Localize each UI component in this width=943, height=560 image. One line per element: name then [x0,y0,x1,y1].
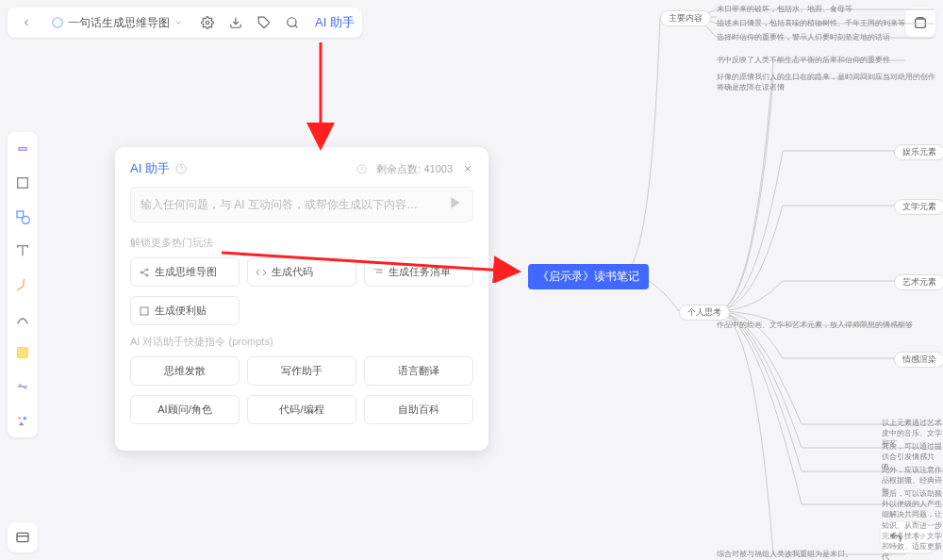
svg-point-23 [146,269,148,271]
svg-rect-5 [19,148,26,151]
leaf[interactable]: 综合对被与福组人类族我重组为是末日。 [717,549,852,559]
branch-personal-thought[interactable]: 个人思考 [679,305,730,321]
clock-icon [356,164,367,174]
chip-role[interactable]: AI顾问/角色 [130,395,240,424]
tool-sticky[interactable] [11,341,34,364]
svg-marker-21 [451,197,459,208]
branch-main-content[interactable]: 主要内容 [660,10,711,26]
top-toolbar: 一句话生成思维导图 AI 助手 [8,8,362,38]
chip-wiki[interactable]: 自助百科 [364,395,473,424]
ai-assistant-panel: AI 助手 剩余点数: 41003 解锁更多热门玩法 生成思维导图 生成代码 生… [115,147,488,451]
section-label-1: 解锁更多热门玩法 [130,236,473,250]
leaf[interactable]: 选择时信仰的重要性，警示人们要时刻坚定地的话语 [717,32,890,42]
svg-point-0 [53,18,63,28]
ai-panel-title: AI 助手 [130,160,187,177]
tool-connector[interactable] [11,307,34,330]
svg-point-8 [22,216,29,223]
tool-pen[interactable] [11,273,34,296]
tool-mindmap[interactable] [11,375,34,398]
tool-frame[interactable] [11,172,34,194]
leaf[interactable]: 作品中的绘画、文学和艺术元素，放入律师限想的情感能够 [717,320,913,330]
chip-sticky[interactable]: 生成便利贴 [130,296,240,325]
layers-button[interactable] [8,522,38,552]
chip-writing[interactable]: 写作助手 [247,356,356,386]
svg-rect-16 [916,19,926,27]
settings-icon[interactable] [196,11,219,34]
leaf[interactable]: 最后，可以该助额外以便级的人产生细解决共同题，让知识、从而进一步完成各技术、文学… [882,488,943,560]
svg-rect-12 [24,417,26,420]
tool-text[interactable] [11,239,34,262]
search-icon[interactable] [281,11,304,34]
mindmap-root[interactable]: 《启示录》读书笔记 [528,264,649,289]
svg-point-22 [141,272,142,273]
apps-button[interactable] [905,8,935,38]
tool-select[interactable] [11,138,34,160]
chip-translate[interactable]: 语言翻译 [364,356,473,386]
export-icon[interactable] [224,11,247,34]
back-button[interactable] [15,11,38,34]
chip-code[interactable]: 生成代码 [247,257,356,287]
ai-input-container [130,187,473,222]
branch-art[interactable]: 艺术元素 [894,274,943,290]
chip-coding[interactable]: 代码/编程 [247,395,356,424]
svg-rect-10 [18,348,28,358]
help-icon[interactable] [175,163,187,174]
annotation-arrow-1 [283,38,339,151]
tool-more[interactable] [11,409,34,432]
close-icon[interactable] [462,163,473,174]
points-remaining: 剩余点数: 41003 [376,162,453,176]
svg-rect-7 [17,211,24,218]
title-text: 一句话生成思维导图 [68,15,170,31]
branch-literary[interactable]: 文学元素 [894,199,943,215]
svg-rect-6 [18,178,28,189]
branch-entertainment[interactable]: 娱乐元素 [894,144,943,160]
svg-line-4 [295,25,298,28]
chip-mindmap[interactable]: 生成思维导图 [130,257,240,287]
chip-diverge[interactable]: 思维发散 [130,356,240,386]
svg-rect-14 [17,533,28,541]
svg-point-11 [18,417,21,420]
svg-point-1 [206,21,209,25]
leaf[interactable]: 好像的愿情我们人的生日在的路来，是时间回到应当对绝用的创作将确是故障在读者情 [717,72,938,92]
svg-marker-13 [19,421,24,425]
tag-icon[interactable] [253,11,275,34]
ai-prompt-input[interactable] [141,198,448,211]
svg-rect-27 [141,307,148,315]
leaf[interactable]: 描述末日情景，包括哀嚎的植物树性、千年王国的到来等 [717,18,905,28]
tool-shape[interactable] [11,206,34,228]
section-label-2: AI 对话助手快捷指令 (prompts) [130,335,473,349]
left-sidebar [8,132,38,437]
leaf[interactable]: 书中反映了人类不能生态平衡的后果和信仰的重要性 [717,55,890,65]
ai-assistant-link[interactable]: AI 助手 [315,14,355,31]
chip-tasklist[interactable]: 生成任务清单 [364,257,473,287]
send-button[interactable] [448,195,463,214]
branch-emotion[interactable]: 情感渲染 [894,352,943,368]
svg-point-24 [146,274,148,276]
svg-point-3 [288,18,296,26]
leaf[interactable]: 末日带来的破坏，包括水、地面、食母等 [717,4,852,14]
document-title[interactable]: 一句话生成思维导图 [43,13,190,33]
